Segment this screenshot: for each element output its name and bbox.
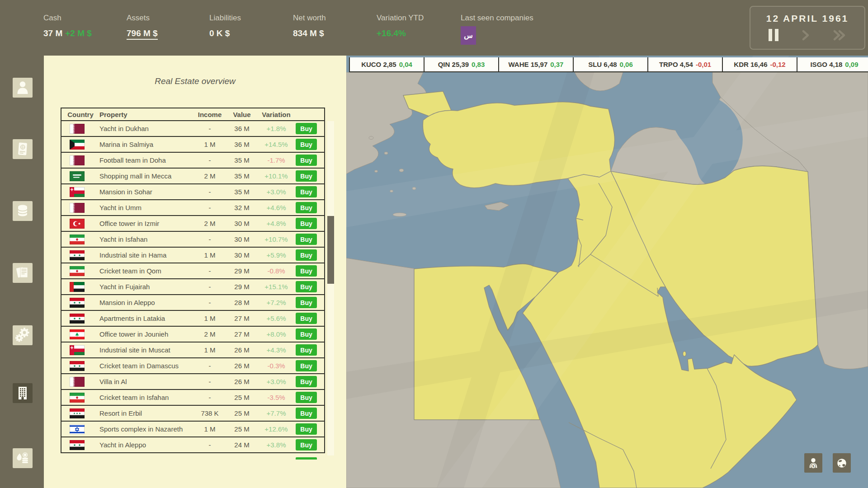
- property-value: 26 M: [227, 362, 257, 370]
- ticker-symbol-price: KUCO 2,85: [361, 61, 396, 68]
- country-flag-syria: [61, 314, 99, 324]
- buy-button[interactable]: Buy: [296, 139, 317, 150]
- country-flag-qatar: [61, 377, 99, 387]
- networth-value: 834 M $: [293, 28, 326, 38]
- property-value: 26 M: [227, 346, 257, 354]
- buy-button[interactable]: Buy: [296, 234, 317, 245]
- ticker-kdr[interactable]: KDR 16,46-0,12: [722, 57, 797, 72]
- table-row: Resort in Erbil738 K25 M+7.7%Buy: [61, 406, 324, 422]
- buy-button[interactable]: Buy: [296, 170, 317, 182]
- buy-button[interactable]: Buy: [296, 218, 317, 229]
- country-flag-saudi: [61, 171, 99, 181]
- buy-button[interactable]: Buy: [296, 313, 317, 324]
- ticker-change: 0,04: [399, 61, 412, 68]
- buy-button[interactable]: Buy: [296, 423, 317, 435]
- sidebar-item-commodities[interactable]: [13, 201, 33, 221]
- property-value: 30 M: [227, 251, 257, 259]
- property-name: Office tower in Izmir: [99, 220, 193, 227]
- country-flag-syria: [61, 440, 99, 450]
- property-value: 29 M: [227, 283, 257, 291]
- company-badge[interactable]: س: [461, 26, 476, 45]
- country-flag-iran: [61, 235, 99, 244]
- stock-ticker: KUCO 2,850,04QIN 25,390,83WAHE 15,970,37…: [346, 57, 868, 72]
- property-name: Cricket team in Isfahan: [99, 394, 193, 401]
- country-flag-qatar: [61, 124, 99, 134]
- gears-icon: [13, 325, 33, 345]
- fast-forward-button[interactable]: [833, 30, 846, 41]
- game-date: 12 APRIL 1961: [750, 13, 864, 24]
- buy-button[interactable]: Buy: [296, 408, 317, 419]
- buy-button[interactable]: Buy: [296, 439, 317, 450]
- globe-button[interactable]: [833, 453, 851, 473]
- cash-delta: +2 M $: [65, 28, 92, 38]
- property-name: Football team in Doha: [99, 156, 193, 164]
- buy-button[interactable]: Buy: [296, 392, 317, 403]
- property-value: 29 M: [227, 267, 257, 275]
- table-scrollbar[interactable]: [327, 121, 334, 455]
- sidebar-item-profile[interactable]: [13, 78, 33, 98]
- country-flag-iran: [61, 393, 99, 403]
- sidebar-item-industry[interactable]: [13, 325, 33, 345]
- income-value: -: [193, 378, 227, 385]
- globe-icon: [834, 455, 849, 471]
- property-name: Yacht in Isfahan: [99, 235, 193, 243]
- sidebar-item-passport[interactable]: [13, 139, 33, 159]
- buy-button[interactable]: Buy: [296, 249, 317, 261]
- table-row: Industrial site in Hama1 M30 M+5.9%Buy: [61, 248, 324, 263]
- variation-value: +3.0%: [257, 378, 296, 385]
- buy-button[interactable]: Buy: [296, 186, 317, 197]
- ticker-qin[interactable]: QIN 25,390,83: [424, 57, 498, 72]
- buy-button[interactable]: Buy: [296, 265, 317, 277]
- income-value: -: [193, 299, 227, 306]
- income-value: -: [193, 235, 227, 243]
- variation-value: +8.0%: [257, 330, 296, 338]
- property-name: Cricket team in Damascus: [99, 362, 193, 370]
- buy-button[interactable]: Buy: [296, 360, 317, 371]
- buy-button[interactable]: Buy: [296, 297, 317, 308]
- ticker-wahe[interactable]: WAHE 15,970,37: [498, 57, 573, 72]
- ticker-trpo[interactable]: TRPO 4,54-0,01: [647, 57, 722, 72]
- stat-assets: Assets 796 M $: [127, 0, 158, 40]
- advisor-button[interactable]: $: [804, 453, 822, 473]
- buy-button[interactable]: Buy: [296, 328, 317, 340]
- variation-value: -1.7%: [257, 156, 296, 164]
- property-value: 25 M: [227, 394, 257, 401]
- property-value: 25 M: [227, 425, 257, 433]
- variation-value: +10.1%: [257, 172, 296, 180]
- assets-value[interactable]: 796 M $: [127, 28, 158, 40]
- buy-button[interactable]: Buy: [296, 376, 317, 387]
- property-name: Yacht in Dukhan: [99, 125, 193, 132]
- variation-value: +7.2%: [257, 299, 296, 306]
- buy-button[interactable]: Buy: [296, 155, 317, 166]
- buy-button[interactable]: Buy: [296, 123, 317, 134]
- col-income: Income: [193, 111, 227, 118]
- sidebar-item-real-estate[interactable]: [13, 383, 33, 403]
- buy-button[interactable]: Buy: [296, 202, 317, 213]
- property-name: Yacht in Fujairah: [99, 283, 193, 291]
- income-value: 1 M: [193, 314, 227, 322]
- property-value: 27 M: [227, 314, 257, 322]
- ticker-isgo[interactable]: ISGO 4,180,09: [797, 57, 868, 72]
- sidebar-item-oil-market[interactable]: [13, 448, 33, 468]
- ticker-change: -0,12: [770, 61, 786, 68]
- variation-value: +4.6%: [257, 204, 296, 211]
- property-value: 28 M: [227, 299, 257, 306]
- map-area[interactable]: KUCO 2,850,04QIN 25,390,83WAHE 15,970,37…: [346, 56, 868, 488]
- income-value: -: [193, 156, 227, 164]
- buy-button[interactable]: Buy: [296, 344, 317, 356]
- property-name: Industrial site in Hama: [99, 251, 193, 259]
- ticker-kuco[interactable]: KUCO 2,850,04: [349, 57, 424, 72]
- buy-button[interactable]: Buy: [296, 281, 317, 292]
- ticker-symbol-price: WAHE 15,97: [509, 61, 548, 68]
- income-value: 1 M: [193, 251, 227, 259]
- play-button[interactable]: [802, 30, 810, 41]
- ticker-change: -0,01: [696, 61, 711, 68]
- ticker-slu[interactable]: SLU 6,480,06: [573, 57, 647, 72]
- sidebar-item-news[interactable]: [13, 263, 33, 283]
- table-row: Yacht in Fujairah-29 M+15.1%Buy: [61, 279, 324, 295]
- pause-button[interactable]: [769, 29, 778, 41]
- variation-value: +12.6%: [257, 425, 296, 433]
- property-name: Villa in Al: [99, 378, 193, 385]
- scrollbar-thumb[interactable]: [327, 216, 334, 284]
- middle-east-map[interactable]: [346, 56, 868, 488]
